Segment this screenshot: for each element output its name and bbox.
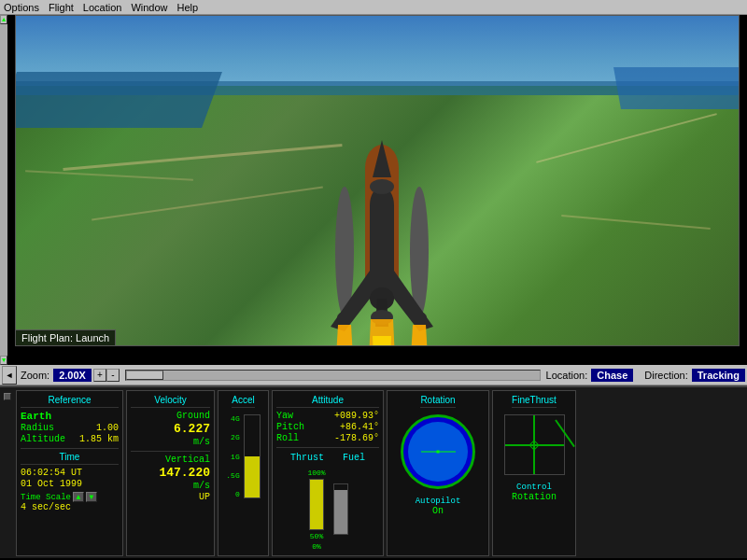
radius-value: 1.00 <box>96 423 119 433</box>
rotation-circle <box>401 414 475 489</box>
panel-left-btn[interactable] <box>2 390 13 556</box>
scroll-left-btn[interactable]: ◄ <box>2 366 17 385</box>
date-value-row: 01 Oct 1999 <box>21 479 119 489</box>
roll-label: Roll <box>276 433 299 443</box>
control-display: Control Rotation <box>512 483 557 502</box>
pitch-value: +86.41° <box>340 422 379 432</box>
vertical-value-row: 147.220 <box>131 466 210 480</box>
timescale-up-btn[interactable]: ▲ <box>73 492 84 502</box>
direction-label: Direction: <box>644 370 687 381</box>
svg-marker-19 <box>410 325 429 346</box>
zoom-value: 2.00X <box>53 369 92 382</box>
reference-title: Reference <box>21 395 119 408</box>
timescale-value-row: 4 sec/sec <box>21 502 119 512</box>
water-right <box>613 67 740 109</box>
thrust-0: 0% <box>312 542 321 551</box>
finethrust-display <box>504 414 565 475</box>
autopilot-row: Autopilot On <box>391 497 485 516</box>
svg-marker-16 <box>335 325 354 346</box>
timescale-down-btn[interactable]: ▼ <box>86 492 97 502</box>
zoom-label: Zoom: <box>21 370 49 381</box>
svg-rect-8 <box>370 205 394 299</box>
scroll-down-btn[interactable]: ▼ <box>0 356 7 365</box>
autopilot-display: Autopilot On <box>391 497 485 516</box>
roll-value: -178.69° <box>334 433 379 443</box>
viewport: Flight Plan: Launch <box>15 15 740 346</box>
ground-value-row: 6.227 <box>131 422 210 436</box>
thrust-fuel-title: Thrust Fuel <box>276 453 379 463</box>
ground-label: Ground <box>176 411 210 421</box>
date-value: 01 Oct 1999 <box>21 479 82 489</box>
rotation-title: Rotation <box>420 395 455 408</box>
ground-value: 6.227 <box>174 422 210 436</box>
reference-radius-row: Radius 1.00 <box>21 423 119 433</box>
timescale-label: Time Scale <box>21 493 71 502</box>
ground-label-row: Ground <box>131 411 210 421</box>
reference-panel: Reference Earth Radius 1.00 Altitude 1.8… <box>16 390 123 556</box>
menu-options[interactable]: Options <box>4 2 39 13</box>
fuel-bar-container <box>333 483 348 551</box>
menu-help[interactable]: Help <box>177 2 199 13</box>
svg-marker-23 <box>373 336 391 346</box>
earth-label: Earth <box>21 411 51 422</box>
ground-unit: m/s <box>193 437 210 447</box>
zoom-minus-btn[interactable]: - <box>106 369 120 382</box>
yaw-row: Yaw +089.93° <box>276 411 379 421</box>
accel-bar <box>244 414 261 498</box>
rotation-panel: Rotation Autopilot On <box>387 390 489 556</box>
menu-window[interactable]: Window <box>131 2 167 13</box>
thrust-100: 100% <box>307 469 325 477</box>
control-label: Control <box>512 483 557 492</box>
thrust-bar-container: 100% 50% 0% <box>307 469 325 551</box>
velocity-title: Velocity <box>131 395 210 408</box>
autopilot-value: On <box>391 506 485 516</box>
water-left <box>15 72 222 128</box>
yaw-value: +089.93° <box>334 411 379 421</box>
h-scrollbar[interactable] <box>125 370 541 381</box>
time-title: Time <box>21 452 119 465</box>
location-value: Chase <box>591 369 633 382</box>
finethrust-title: FineThrust <box>512 395 557 408</box>
left-scrollbar: ▲ ▼ <box>0 15 7 365</box>
finethrust-panel: FineThrust Control Rotation <box>492 390 576 556</box>
accel-title: Accel <box>232 395 254 408</box>
instruments-panel: Reference Earth Radius 1.00 Altitude 1.8… <box>0 385 747 558</box>
thrust-fuel-bars: 100% 50% 0% <box>276 469 379 551</box>
info-bar: ◄ Zoom: 2.00X + - Location: Chase Direct… <box>0 365 747 385</box>
flight-plan-label: Flight Plan: Launch <box>16 329 116 345</box>
scroll-up-btn[interactable]: ▲ <box>0 15 7 24</box>
vertical-value: 147.220 <box>159 466 210 480</box>
time-value-row: 06:02:54 UT <box>21 468 119 478</box>
svg-marker-17 <box>340 345 349 346</box>
menu-location[interactable]: Location <box>83 2 122 13</box>
menu-flight[interactable]: Flight <box>49 2 74 13</box>
pitch-label: Pitch <box>276 422 304 432</box>
velocity-panel: Velocity Ground 6.227 m/s Vertical 147.2… <box>126 390 215 556</box>
attitude-title: Attitude <box>276 395 379 408</box>
radius-label: Radius <box>21 423 54 433</box>
reference-earth-row: Earth <box>21 411 119 422</box>
vertical-dir: UP <box>199 492 210 502</box>
vertical-unit: m/s <box>193 481 210 491</box>
svg-marker-20 <box>415 345 424 346</box>
vertical-dir-row: UP <box>131 492 210 502</box>
location-label: Location: <box>546 370 588 381</box>
thrust-50: 50% <box>310 532 323 540</box>
altitude-value: 1.85 km <box>79 434 119 444</box>
attitude-panel: Attitude Yaw +089.93° Pitch +86.41° Roll… <box>272 390 384 556</box>
zoom-plus-btn[interactable]: + <box>93 369 106 382</box>
yaw-label: Yaw <box>276 411 293 421</box>
autopilot-label: Autopilot <box>391 497 485 506</box>
control-value: Rotation <box>512 492 557 502</box>
fuel-bar <box>333 483 348 535</box>
time-value: 06:02:54 UT <box>21 468 82 478</box>
shuttle-svg <box>321 84 443 346</box>
accel-labels: 4G 2G 1G .5G 0 <box>226 414 239 498</box>
shuttle <box>321 84 433 345</box>
reference-altitude-row: Altitude 1.85 km <box>21 434 119 444</box>
thrust-bar <box>309 479 324 530</box>
accel-panel: Accel 4G 2G 1G .5G 0 <box>218 390 269 556</box>
svg-point-12 <box>370 179 394 194</box>
ground-unit-row: m/s <box>131 437 210 447</box>
timescale-value: 4 sec/sec <box>21 502 71 512</box>
